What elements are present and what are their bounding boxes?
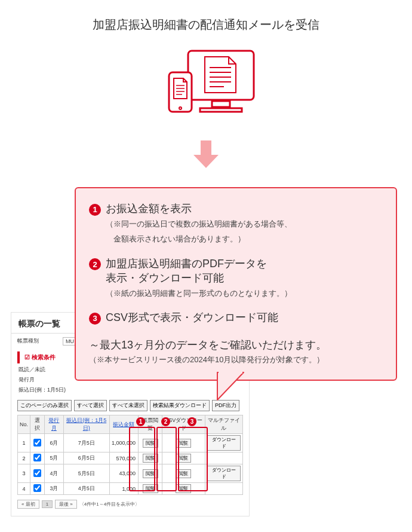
table-row: 2 5月 6月5日 570,000 閲覧 閲覧 (18, 452, 243, 464)
pdf-output-button[interactable]: PDF出力 (212, 400, 239, 411)
csv-button[interactable]: 閲覧 (176, 454, 191, 463)
row-checkbox[interactable] (33, 469, 41, 477)
view-button[interactable]: 閲覧 (143, 484, 158, 493)
feature-3-title: CSV形式で表示・ダウンロード可能 (106, 310, 278, 325)
table-row: 3 4月 5月5日 43,000 閲覧 閲覧 ダウンロード (18, 464, 243, 483)
view-button[interactable]: 閲覧 (143, 439, 158, 448)
overlay-number-3: 3 (187, 417, 196, 426)
th-multi: マルチファイル (205, 415, 242, 434)
csv-button[interactable]: 閲覧 (176, 484, 191, 493)
feature-1-note-2: 金額表示されない場合があります。） (106, 233, 383, 246)
feature-number-badge: 3 (89, 313, 101, 325)
cond-read-label: 既読／未読 (19, 366, 66, 374)
feature-number-badge: 2 (89, 258, 101, 270)
th-amount[interactable]: 振込金額 (109, 415, 138, 434)
select-all-button[interactable]: すべて選択 (74, 400, 107, 411)
type-label: 帳票種別 (17, 337, 59, 346)
summary-note: （※本サービスリリース後の2024年10月以降発行分が対象です。） (89, 354, 383, 365)
report-table: No. 選択 発行月 振込日(例：1月5日) 振込金額 帳票閲覧 CSVダウンロ… (17, 415, 243, 495)
csv-button[interactable]: 閲覧 (176, 439, 191, 448)
view-button[interactable]: 閲覧 (143, 469, 158, 478)
table-row: 4 3月 4月5日 1,000 閲覧 閲覧 (18, 483, 243, 495)
feature-1-note-1: （※同一の振込日で複数の振込明細書がある場合等、 (106, 218, 383, 231)
pager: « 最初 1 最後 » 〈4件中1～4件目を表示中〉 (11, 497, 249, 511)
feature-1-title: お振込金額を表示 (106, 201, 192, 216)
deselect-all-button[interactable]: すべて未選択 (109, 400, 147, 411)
multi-download-button[interactable]: ダウンロード (207, 435, 241, 451)
feature-callout: 1 お振込金額を表示 （※同一の振込日で複数の振込明細書がある場合等、 金額表示… (75, 187, 397, 381)
row-checkbox[interactable] (33, 484, 41, 492)
pager-info: 〈4件中1～4件目を表示中〉 (79, 501, 140, 507)
cond-date-label: 振込日(例：1月5日) (19, 386, 66, 394)
table-row: 1 6月 7月5日 1,000,000 閲覧 閲覧 ダウンロード (18, 434, 243, 452)
select-page-button[interactable]: このページのみ選択 (17, 400, 72, 411)
feature-2-title-line2: 表示・ダウンロード可能 (106, 272, 224, 284)
th-date[interactable]: 振込日(例：1月5日) (63, 415, 109, 434)
overlay-number-1: 1 (136, 417, 145, 426)
th-select: 選択 (30, 415, 45, 434)
csv-button[interactable]: 閲覧 (176, 469, 191, 478)
device-illustration (0, 44, 412, 130)
overlay-number-2: 2 (161, 417, 170, 426)
page-title: 加盟店振込明細書の配信通知メールを受信 (0, 0, 412, 33)
th-no: No. (18, 415, 30, 434)
feature-2-note: （※紙の振込明細書と同一形式のものとなります。） (106, 288, 383, 300)
cond-month-label: 発行月 (19, 376, 66, 384)
view-button[interactable]: 閲覧 (143, 454, 158, 463)
download-results-button[interactable]: 検索結果ダウンロード (150, 400, 210, 411)
multi-download-button[interactable]: ダウンロード (207, 466, 241, 481)
row-checkbox[interactable] (33, 454, 41, 461)
th-month[interactable]: 発行月 (45, 415, 63, 434)
row-checkbox[interactable] (33, 439, 41, 447)
svg-rect-1 (212, 101, 230, 107)
arrow-down-icon (0, 138, 412, 173)
pager-page-1[interactable]: 1 (42, 500, 53, 508)
feature-number-badge: 1 (89, 204, 101, 216)
svg-rect-2 (200, 108, 242, 112)
pager-first[interactable]: « 最初 (17, 500, 39, 509)
feature-2-title-line1: 加盟店振込明細書のPDFデータを (106, 258, 267, 270)
summary-text: ～最大13ヶ月分のデータをご確認いただけます。 (89, 338, 383, 352)
pager-last[interactable]: 最後 » (55, 500, 77, 509)
